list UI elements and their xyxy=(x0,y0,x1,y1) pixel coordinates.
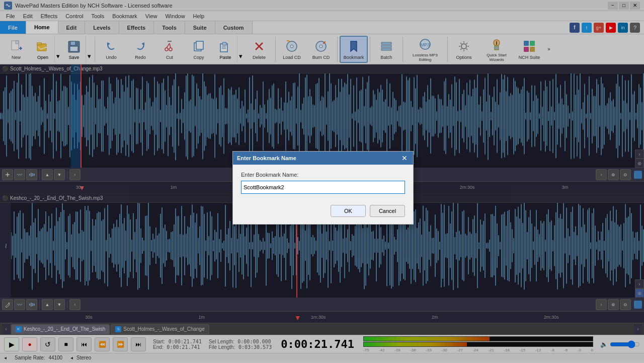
dialog-ok-button[interactable]: OK xyxy=(331,205,366,217)
dialog-input-label: Enter Bookmark Name: xyxy=(241,172,405,178)
bookmark-name-input[interactable] xyxy=(241,181,405,194)
dialog-close-button[interactable]: ✕ xyxy=(400,154,409,163)
dialog-footer: OK Cancel xyxy=(233,201,413,224)
dialog-title: Enter Bookmark Name xyxy=(237,155,296,161)
bookmark-dialog: Enter Bookmark Name ✕ Enter Bookmark Nam… xyxy=(232,151,414,225)
dialog-titlebar: Enter Bookmark Name ✕ xyxy=(233,152,413,165)
dialog-overlay: Enter Bookmark Name ✕ Enter Bookmark Nam… xyxy=(0,0,644,363)
dialog-body: Enter Bookmark Name: xyxy=(233,165,413,201)
dialog-cancel-button[interactable]: Cancel xyxy=(370,205,405,217)
